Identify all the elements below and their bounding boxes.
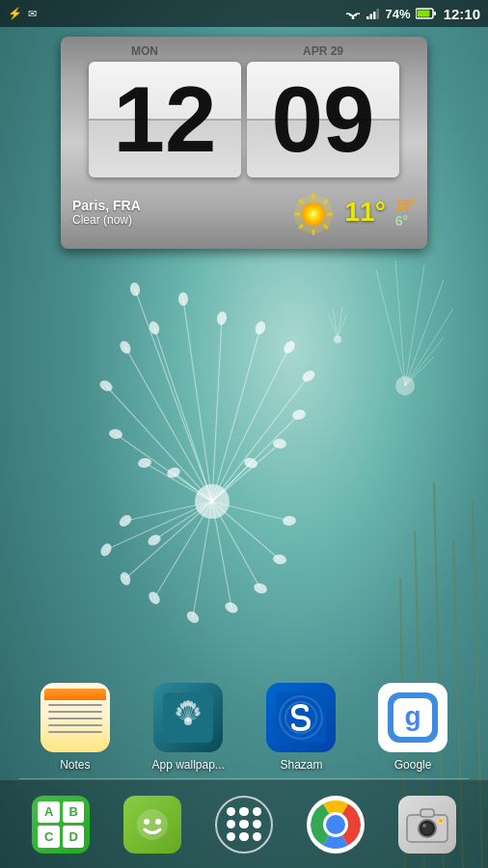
dot-1 bbox=[227, 807, 235, 816]
dot-7 bbox=[227, 832, 235, 841]
status-time: 12:10 bbox=[444, 6, 480, 22]
status-left-icons: ⚡ ✉ bbox=[8, 7, 37, 20]
notes-app-label: Notes bbox=[60, 758, 90, 772]
clock-flip-row: 12 09 bbox=[68, 62, 420, 177]
svg-rect-71 bbox=[369, 14, 372, 20]
notes-line-3 bbox=[48, 718, 102, 719]
notes-icon-image bbox=[41, 683, 110, 752]
temp-max: 15° bbox=[395, 197, 416, 212]
minute-card: 09 bbox=[247, 62, 399, 177]
svg-point-120 bbox=[326, 815, 345, 834]
camera-logo-svg bbox=[405, 805, 449, 844]
clock-widget[interactable]: MON APR 29 12 09 Paris, FRA Clear (now) bbox=[61, 37, 427, 249]
svg-rect-70 bbox=[366, 16, 369, 19]
notes-top-bar bbox=[44, 689, 106, 700]
svg-rect-75 bbox=[433, 12, 436, 15]
abc-a: A bbox=[38, 801, 60, 824]
svg-rect-72 bbox=[373, 12, 376, 19]
temp-current: 11° bbox=[344, 197, 385, 228]
google-app-label: Google bbox=[394, 758, 432, 772]
battery-percent: 74% bbox=[386, 7, 411, 21]
keyboard-dock-icon[interactable]: A B C D bbox=[32, 796, 90, 854]
svg-point-117 bbox=[155, 819, 161, 825]
notes-line-4 bbox=[48, 724, 102, 726]
notes-line-1 bbox=[48, 704, 102, 706]
svg-rect-76 bbox=[417, 11, 429, 17]
messaging-logo-svg bbox=[133, 805, 172, 844]
dot-3 bbox=[253, 807, 261, 816]
battery-icon bbox=[416, 7, 437, 20]
wallpaper-app-label: App wallpap... bbox=[151, 758, 224, 772]
status-bar: ⚡ ✉ 74% 12:10 bbox=[0, 0, 488, 27]
abc-d: D bbox=[63, 826, 85, 848]
abc-c: C bbox=[38, 826, 60, 848]
temp-minmax: 15° 6° bbox=[395, 197, 416, 229]
condition-text: Clear (now) bbox=[72, 213, 141, 227]
chrome-logo-svg bbox=[311, 800, 361, 850]
notes-line-2 bbox=[48, 711, 102, 713]
svg-point-127 bbox=[422, 824, 426, 827]
weather-sun-icon bbox=[288, 187, 339, 237]
dot-2 bbox=[239, 807, 248, 816]
chrome-dock-icon[interactable] bbox=[307, 796, 365, 854]
location-info: Paris, FRA Clear (now) bbox=[72, 198, 141, 227]
dandelion-app-icon-svg bbox=[163, 692, 213, 743]
dot-8 bbox=[239, 832, 248, 841]
day-label: MON bbox=[68, 44, 221, 58]
notes-line-5 bbox=[48, 731, 102, 733]
hour-display: 12 bbox=[114, 73, 217, 166]
wallpaper-app-icon[interactable]: App wallpap... bbox=[151, 683, 224, 772]
camera-icon-image bbox=[398, 796, 456, 854]
app-row: Notes bbox=[0, 683, 488, 772]
wallpaper-icon-image bbox=[153, 683, 223, 752]
dot-5 bbox=[239, 820, 248, 828]
usb-icon: ⚡ bbox=[8, 7, 22, 20]
svg-point-115 bbox=[137, 809, 168, 840]
shazam-logo-svg bbox=[276, 692, 326, 743]
shazam-app-label: Shazam bbox=[280, 758, 322, 772]
date-label: APR 29 bbox=[227, 44, 420, 58]
dot-4 bbox=[227, 820, 235, 828]
chrome-icon-image bbox=[307, 796, 365, 854]
abc-b: B bbox=[63, 801, 85, 824]
shazam-icon-image bbox=[266, 683, 336, 752]
svg-text:g: g bbox=[405, 701, 421, 731]
google-icon-image: g bbox=[378, 683, 447, 752]
weather-row: Paris, FRA Clear (now) bbox=[68, 181, 420, 241]
camera-dock-icon[interactable] bbox=[398, 796, 456, 854]
svg-point-69 bbox=[351, 16, 354, 19]
svg-point-86 bbox=[302, 203, 325, 226]
dot-9 bbox=[253, 832, 261, 841]
svg-rect-73 bbox=[376, 9, 379, 19]
location-text: Paris, FRA bbox=[72, 198, 141, 213]
minute-display: 09 bbox=[272, 73, 375, 166]
bottom-dock: A B C D bbox=[0, 779, 488, 868]
google-app-icon[interactable]: g Google bbox=[378, 683, 447, 772]
status-right-icons: 74% 12:10 bbox=[345, 6, 480, 22]
messaging-dock-icon[interactable] bbox=[123, 796, 181, 854]
shazam-app-icon[interactable]: Shazam bbox=[266, 683, 336, 772]
svg-rect-123 bbox=[420, 809, 434, 817]
temp-min: 6° bbox=[395, 213, 416, 229]
app-drawer-icon[interactable] bbox=[215, 796, 273, 854]
signal-icon bbox=[366, 7, 381, 20]
drawer-icon-image bbox=[215, 796, 273, 854]
hour-card: 12 bbox=[89, 62, 241, 177]
dot-6 bbox=[253, 820, 261, 828]
svg-point-129 bbox=[439, 819, 443, 823]
wifi-icon bbox=[345, 7, 361, 20]
google-logo-svg: g bbox=[388, 692, 438, 743]
svg-point-116 bbox=[144, 819, 149, 825]
gmail-icon: ✉ bbox=[28, 8, 37, 20]
messaging-icon-image bbox=[123, 796, 181, 854]
notes-app-icon[interactable]: Notes bbox=[41, 683, 110, 772]
keyboard-icon-image: A B C D bbox=[32, 796, 90, 854]
